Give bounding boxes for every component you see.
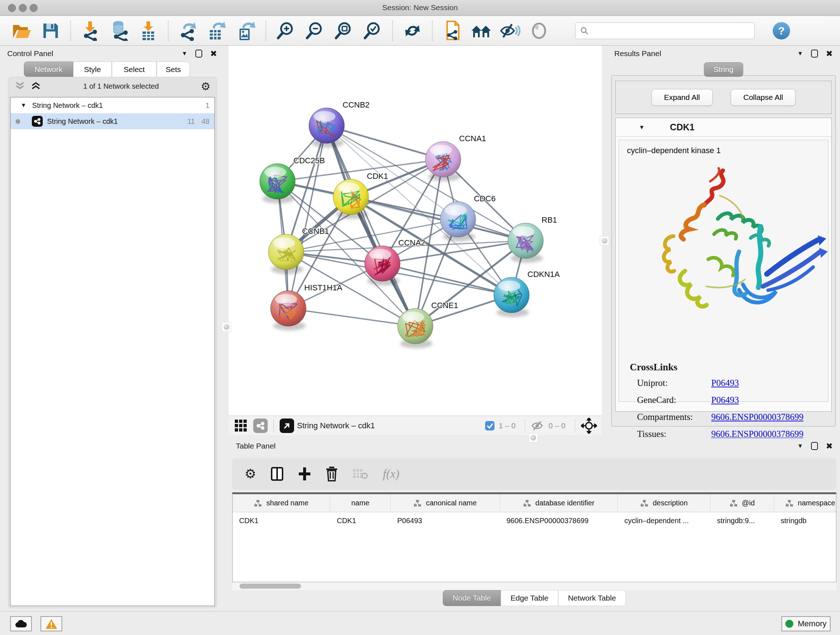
expand-all-button[interactable]: Expand All: [652, 89, 713, 106]
cdk1-section-header[interactable]: ▼ CDK1: [616, 118, 831, 137]
float-panel-icon[interactable]: [811, 50, 818, 57]
protein-description: cyclin–dependent kinase 1: [619, 140, 828, 155]
delete-column-trash-icon[interactable]: [325, 466, 338, 481]
column-header[interactable]: shared name: [233, 494, 330, 512]
collection-expand-icon[interactable]: ▼: [21, 102, 27, 109]
tab-node-table[interactable]: Node Table: [443, 590, 501, 606]
column-header[interactable]: canonical name: [391, 494, 500, 512]
zoom-selected-button[interactable]: [362, 20, 384, 42]
grid-view-icon[interactable]: [234, 418, 248, 433]
network-collection-row[interactable]: ▼ String Network – cdk1 1: [11, 97, 215, 113]
network-row[interactable]: String Network – cdk1 11 48: [11, 113, 215, 129]
open-folder-icon: [12, 22, 32, 40]
network-options-gear-icon[interactable]: ⚙: [201, 80, 210, 93]
open-in-new-icon[interactable]: [279, 418, 294, 433]
network-canvas[interactable]: CCNB2CCNA1CDC25BCDK1CDC6RB1CCNB1CCNA2CDK…: [229, 46, 602, 416]
apply-layout-button[interactable]: [401, 20, 423, 42]
column-header[interactable]: description: [618, 494, 711, 512]
close-panel-icon[interactable]: ✖: [826, 49, 833, 59]
string-results-container: Expand All Collapse All ▼ CDK1 cyclin–de…: [611, 75, 836, 426]
horizontal-scrollbar-thumb[interactable]: [240, 584, 301, 589]
graphics-details-button[interactable]: [499, 20, 521, 42]
import-network-database-button[interactable]: [109, 20, 130, 42]
table-options-gear-icon[interactable]: ⚙: [245, 466, 256, 481]
export-network-button[interactable]: [177, 20, 199, 42]
tab-select[interactable]: Select: [112, 62, 156, 77]
close-panel-icon[interactable]: ✖: [210, 49, 217, 59]
bottom-splitter-handle[interactable]: [529, 433, 538, 442]
warnings-button[interactable]: [41, 616, 62, 631]
left-splitter-handle[interactable]: [222, 322, 231, 332]
network-view-toolbar: String Network – cdk1 1 – 0 0 – 0: [229, 416, 602, 435]
zoom-fit-icon: [334, 21, 353, 40]
hidden-eye-icon[interactable]: [531, 420, 545, 431]
save-floppy-icon: [42, 22, 59, 40]
zoom-fit-button[interactable]: [333, 20, 355, 42]
column-header[interactable]: name: [330, 494, 391, 512]
memory-button[interactable]: Memory: [782, 616, 831, 631]
crosslink-label: GeneCard:: [630, 395, 711, 405]
tab-network-table[interactable]: Network Table: [558, 590, 626, 606]
column-header[interactable]: namespace: [774, 494, 836, 512]
zoom-out-button[interactable]: [304, 20, 325, 42]
crosslink-tissues[interactable]: 9606.ENSP00000378699: [711, 429, 804, 439]
cell-name: CDK1: [330, 512, 391, 529]
birds-eye-view-button[interactable]: [528, 20, 550, 42]
zoom-in-button[interactable]: [275, 20, 297, 42]
table-row[interactable]: CDK1 CDK1 P06493 9606.ENSP00000378699 cy…: [233, 512, 836, 529]
column-header[interactable]: @id: [711, 494, 774, 512]
network-icon: [32, 116, 43, 127]
import-table-icon: [141, 21, 156, 41]
float-panel-icon[interactable]: [195, 50, 202, 57]
toolbar-separator: [265, 21, 266, 41]
table-panel: Table Panel ▼ ✖ ⚙ f(x) shared name: [229, 438, 840, 611]
toolbar-separator: [432, 21, 433, 41]
hidden-counter: 0 – 0: [548, 421, 565, 430]
collapse-panel-icon[interactable]: ▼: [797, 50, 803, 57]
cdk1-section: ▼ CDK1 cyclin–dependent kinase 1: [615, 118, 832, 412]
selected-checkbox-icon[interactable]: [485, 420, 495, 431]
section-expand-icon[interactable]: ▼: [639, 124, 645, 131]
pan-crosshair-icon[interactable]: [581, 418, 597, 434]
save-session-button[interactable]: [40, 20, 62, 42]
column-header[interactable]: database identifier: [500, 494, 618, 512]
tab-sets[interactable]: Sets: [156, 62, 190, 77]
tab-network[interactable]: Network: [24, 62, 73, 77]
horizontal-scrollbar-track[interactable]: [232, 582, 836, 590]
show-columns-icon[interactable]: [271, 467, 284, 481]
export-table-button[interactable]: [206, 20, 228, 42]
import-table-button[interactable]: [137, 20, 159, 42]
tab-edge-table[interactable]: Edge Table: [501, 590, 558, 606]
close-panel-icon[interactable]: ✖: [826, 441, 833, 451]
collapse-all-icon[interactable]: [14, 81, 25, 91]
right-splitter-handle[interactable]: [600, 236, 609, 245]
help-button[interactable]: ?: [773, 22, 790, 40]
share-document-button[interactable]: [441, 20, 463, 42]
export-image-button[interactable]: [235, 20, 257, 42]
import-network-file-button[interactable]: [80, 20, 101, 42]
collapse-panel-icon[interactable]: ▼: [182, 50, 187, 57]
search-input[interactable]: [589, 27, 750, 35]
crosslink-genecard[interactable]: P06493: [711, 395, 739, 405]
add-column-icon[interactable]: [298, 467, 311, 481]
collapse-panel-icon[interactable]: ▼: [797, 443, 803, 449]
home-button[interactable]: [470, 20, 492, 42]
crosslink-uniprot[interactable]: P06493: [711, 378, 739, 388]
tab-string[interactable]: String: [704, 62, 744, 77]
cloud-status-button[interactable]: [10, 616, 32, 631]
houses-icon: [471, 22, 492, 40]
hide-graphics-eye-icon: [500, 22, 521, 40]
expand-all-icon[interactable]: [30, 81, 41, 91]
collapse-all-button[interactable]: Collapse All: [731, 89, 796, 106]
tab-style[interactable]: Style: [73, 62, 112, 77]
crosslink-compartments[interactable]: 9606.ENSP00000378699: [711, 412, 804, 422]
node-label-cdc6: CDC6: [474, 194, 496, 203]
float-panel-icon[interactable]: [811, 442, 818, 450]
network-share-icon[interactable]: [253, 418, 268, 433]
open-session-button[interactable]: [11, 20, 33, 42]
cloud-icon: [15, 619, 27, 628]
gray-eye-icon: [531, 22, 548, 40]
export-network-icon: [179, 21, 197, 41]
results-panel-title: Results Panel: [614, 49, 661, 58]
crosslink-label: Compartments:: [630, 412, 711, 422]
